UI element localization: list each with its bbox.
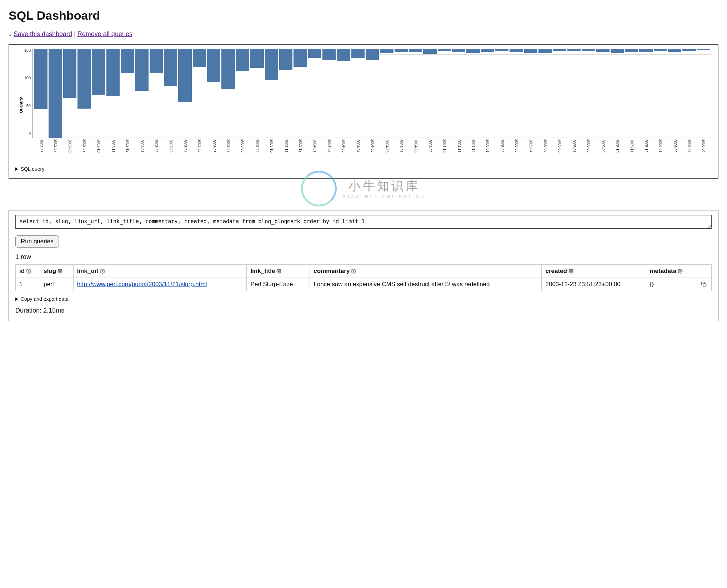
chart-bar-slot: 2003-04	[178, 49, 191, 138]
gear-icon[interactable]	[350, 268, 356, 274]
svg-point-3	[279, 270, 280, 272]
chart-xtick: 2004-06	[385, 139, 389, 153]
sql-query-toggle[interactable]: SQL query	[15, 166, 712, 172]
chart-bar	[265, 49, 278, 80]
chart-bar-slot: 2003-07	[221, 49, 235, 138]
chart-xtick: 2003-08	[241, 139, 245, 153]
chart-xtick: 2003-10	[270, 139, 274, 153]
chart-xtick: 2003-11	[284, 139, 288, 153]
chart-bar	[538, 49, 552, 53]
gear-icon[interactable]	[99, 268, 105, 274]
chart-xtick: 2003-02	[154, 139, 158, 153]
down-arrow-icon: ↓	[9, 30, 12, 38]
svg-point-0	[28, 270, 29, 272]
chart-bar	[308, 49, 321, 58]
chart-bar-slot: 2003-05	[193, 49, 206, 138]
chart-xtick: 2006-03	[687, 139, 691, 153]
chart-bar-slot: 2005-03	[510, 49, 523, 138]
gear-icon[interactable]	[25, 268, 31, 274]
chart-bar-slot: 2003-09	[250, 49, 264, 138]
cell-created: 2003-11-23 23:51:23+00:00	[542, 278, 646, 291]
chart-xtick: 2002-09	[82, 139, 86, 153]
column-header-link_title[interactable]: link_title	[247, 264, 310, 278]
chart-xtick: 2004-10	[442, 139, 446, 153]
svg-point-1	[60, 270, 61, 272]
copy-row-cell	[697, 278, 712, 291]
sql-query-input[interactable]	[15, 215, 712, 229]
chart-bar	[150, 49, 163, 73]
svg-point-2	[102, 270, 103, 272]
chart-bar	[510, 49, 523, 52]
chart-bar-slot: 2005-06	[553, 49, 566, 138]
gear-icon[interactable]	[275, 268, 281, 274]
chart-xtick: 2003-07	[226, 139, 230, 153]
chart-xtick: 2004-11	[457, 139, 461, 153]
cell-id: 1	[16, 278, 40, 291]
gear-icon[interactable]	[56, 268, 62, 274]
chart-xtick: 2005-01	[486, 139, 490, 153]
chart-bar-slot: 2005-02	[495, 49, 508, 138]
copy-export-toggle[interactable]: Copy and export data	[15, 296, 712, 302]
chart-bar	[351, 49, 365, 58]
chart-xtick: 2002-11	[111, 139, 115, 153]
chart-ytick: 50	[19, 104, 31, 108]
chart-xtick: 2004-07	[399, 139, 403, 153]
watermark-en: XIAO NIU ZHI SHI KU	[343, 194, 426, 199]
chart-bar	[279, 49, 292, 70]
column-header-copy	[697, 264, 712, 278]
top-links: ↓ Save this dashboard | Remove all queri…	[9, 30, 718, 38]
column-header-slug[interactable]: slug	[40, 264, 73, 278]
chart-bar-slot: 2004-11	[452, 49, 465, 138]
chart-bar-slot: 2002-12	[121, 49, 134, 138]
column-header-label: slug	[44, 268, 56, 274]
chart-bar	[77, 49, 91, 109]
run-queries-button[interactable]: Run queries	[15, 235, 59, 248]
column-header-label: metadata	[650, 268, 677, 274]
chart-xtick: 2004-05	[371, 139, 375, 153]
chart-bar-slot: 2003-02	[150, 49, 163, 138]
chart-bar	[553, 49, 566, 51]
chart-xtick: 2005-11	[630, 139, 634, 153]
chart-bar	[452, 49, 465, 52]
chart-bar-slot: 2002-10	[92, 49, 105, 138]
save-dashboard-link[interactable]: Save this dashboard	[14, 30, 72, 38]
chart-bar-slot: 2004-06	[380, 49, 393, 138]
chart-bar	[250, 49, 264, 68]
quantity-bar-chart: Quantity 0501001502002-062002-072002-082…	[15, 49, 712, 161]
svg-rect-7	[703, 284, 706, 287]
svg-point-6	[680, 270, 681, 272]
chart-bar	[322, 49, 336, 60]
chart-bar	[34, 49, 47, 109]
chart-xtick: 2005-02	[500, 139, 504, 153]
chart-bar-slot: 2006-02	[668, 49, 681, 138]
chart-bar-slot: 2005-11	[625, 49, 638, 138]
chart-bar-slot: 2004-04	[351, 49, 365, 138]
column-header-commentary[interactable]: commentary	[310, 264, 542, 278]
chart-bar-slot: 2002-06	[34, 49, 47, 138]
copy-icon[interactable]	[701, 281, 707, 288]
chart-bar	[423, 49, 436, 54]
chart-bar	[178, 49, 191, 102]
separator: |	[74, 30, 77, 38]
cell-slug: perl	[40, 278, 73, 291]
remove-all-queries-link[interactable]: Remove all queries	[77, 30, 132, 38]
chart-ytick: 100	[19, 76, 31, 80]
column-header-id[interactable]: id	[16, 264, 40, 278]
gear-icon[interactable]	[567, 268, 573, 274]
chart-bar-slot: 2003-06	[207, 49, 220, 138]
chart-bar	[221, 49, 235, 89]
sql-query-toggle-label: SQL query	[21, 166, 44, 172]
chart-bar	[481, 49, 494, 52]
chart-bar	[207, 49, 220, 82]
column-header-link_url[interactable]: link_url	[73, 264, 247, 278]
chart-xtick: 2004-04	[356, 139, 360, 153]
column-header-created[interactable]: created	[542, 264, 646, 278]
chart-bar-slot: 2002-11	[106, 49, 120, 138]
cell-metadata: {}	[646, 278, 697, 291]
gear-icon[interactable]	[676, 268, 683, 274]
chart-bar-slot: 2003-10	[265, 49, 278, 138]
chart-bar	[49, 49, 62, 138]
link-url-anchor[interactable]: http://www.perl.com/pub/a/2003/11/21/slu…	[77, 281, 207, 288]
column-header-metadata[interactable]: metadata	[646, 264, 697, 278]
page-title: SQL Dashboard	[9, 9, 718, 23]
